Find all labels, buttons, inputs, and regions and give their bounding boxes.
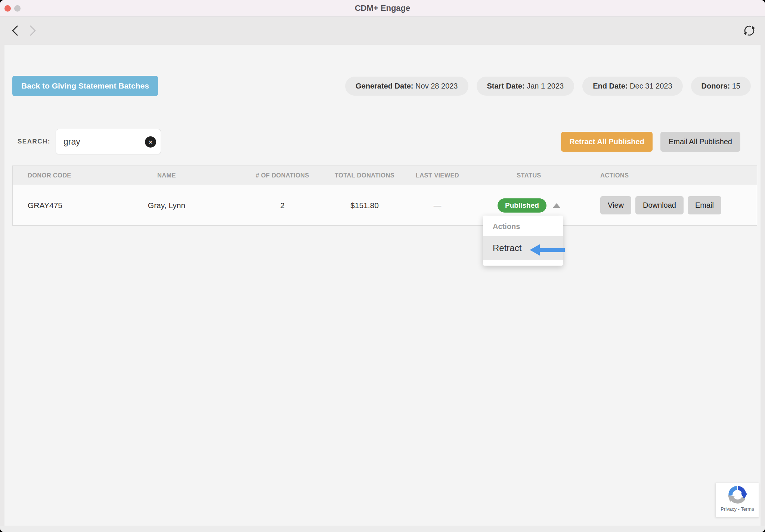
back-icon (10, 24, 20, 37)
forward-nav-button[interactable] (26, 23, 39, 38)
donor-name-cell: Gray, Lynn (94, 201, 239, 210)
num-donations-cell: 2 (239, 201, 325, 210)
start-date-value: Jan 1 2023 (527, 82, 564, 90)
download-button[interactable]: Download (635, 196, 684, 214)
annotation-arrow-icon (530, 244, 565, 256)
donor-code-cell: GRAY475 (13, 201, 94, 210)
minimize-window-button[interactable] (14, 5, 21, 12)
window-title: CDM+ Engage (0, 3, 765, 13)
status-dropdown-menu: Actions Retract (483, 216, 563, 266)
donors-count-label: Donors: (701, 82, 730, 90)
recaptcha-privacy-terms[interactable]: Privacy - Terms (721, 506, 754, 512)
back-to-batches-button[interactable]: Back to Giving Statement Batches (12, 76, 158, 96)
col-donor-code: DONOR CODE (13, 172, 94, 179)
refresh-button[interactable] (742, 23, 757, 38)
end-date-pill: End Date: Dec 31 2023 (582, 77, 682, 96)
email-button[interactable]: Email (688, 196, 721, 214)
refresh-icon (742, 23, 757, 38)
back-nav-button[interactable] (9, 23, 22, 38)
dropdown-header: Actions (483, 216, 563, 236)
row-actions: View Download Email (600, 196, 757, 214)
clear-search-icon[interactable]: ✕ (145, 136, 156, 148)
donors-table: DONOR CODE NAME # OF DONATIONS TOTAL DON… (12, 166, 757, 226)
view-button[interactable]: View (600, 196, 631, 214)
app-window: CDM+ Engage (0, 0, 765, 532)
email-all-published-button[interactable]: Email All Published (660, 132, 740, 152)
window-bottom-edge (0, 526, 765, 532)
start-date-pill: Start Date: Jan 1 2023 (477, 77, 574, 96)
recaptcha-badge[interactable]: Privacy - Terms (716, 483, 759, 517)
col-name: NAME (94, 172, 239, 179)
generated-date-value: Nov 28 2023 (415, 82, 458, 90)
browser-toolbar (0, 16, 765, 45)
recaptcha-logo-icon (727, 483, 748, 505)
titlebar: CDM+ Engage (0, 0, 765, 16)
status-badge[interactable]: Published (498, 198, 546, 213)
status-caret-up-icon[interactable] (553, 203, 560, 208)
total-donations-cell: $151.80 (325, 201, 404, 210)
end-date-value: Dec 31 2023 (630, 82, 672, 90)
donors-count-value: 15 (732, 82, 740, 90)
search-box: ✕ (56, 129, 161, 154)
col-num-donations: # OF DONATIONS (239, 172, 325, 179)
close-window-button[interactable] (4, 5, 11, 12)
col-last-viewed: LAST VIEWED (404, 172, 471, 179)
forward-icon (28, 24, 37, 37)
col-actions: ACTIONS (587, 172, 757, 179)
batch-info-pills: Generated Date: Nov 28 2023 Start Date: … (345, 77, 751, 96)
end-date-label: End Date: (593, 82, 628, 90)
generated-date-pill: Generated Date: Nov 28 2023 (345, 77, 468, 96)
search-label: SEARCH: (18, 138, 50, 145)
col-total-donations: TOTAL DONATIONS (325, 172, 404, 179)
table-row: GRAY475 Gray, Lynn 2 $151.80 — Published… (13, 185, 757, 226)
generated-date-label: Generated Date: (356, 82, 414, 90)
col-status: STATUS (471, 172, 587, 179)
last-viewed-cell: — (404, 201, 471, 210)
table-header: DONOR CODE NAME # OF DONATIONS TOTAL DON… (13, 166, 757, 185)
page-content: Back to Giving Statement Batches Generat… (4, 45, 761, 526)
donors-count-pill: Donors: 15 (691, 77, 751, 96)
traffic-lights (4, 5, 21, 12)
start-date-label: Start Date: (487, 82, 525, 90)
status-cell: Published (471, 198, 587, 213)
retract-all-published-button[interactable]: Retract All Published (561, 132, 652, 152)
